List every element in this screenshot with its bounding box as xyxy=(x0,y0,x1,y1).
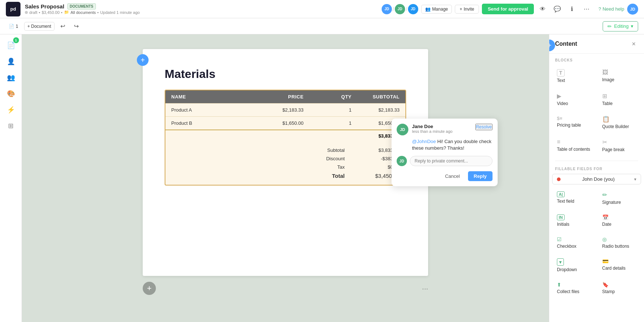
table-block-label: Table xyxy=(602,101,613,106)
field-date[interactable]: 📅 Date xyxy=(598,210,641,231)
comment-reply-area: JD xyxy=(392,156,498,171)
image-block-label: Image xyxy=(602,77,614,82)
block-table[interactable]: ⊞ Table xyxy=(598,89,641,110)
field-text-field[interactable]: A| Text field xyxy=(552,187,596,209)
topbar-right: JD / JD / JD 👥 Manage + Invite Send for … xyxy=(382,3,638,15)
video-block-icon: ▶ xyxy=(557,93,561,100)
more-icon[interactable]: ⋯ xyxy=(581,3,592,15)
block-quote-builder[interactable]: 📋 Quote Builder xyxy=(598,112,641,133)
quote-block-icon: 📋 xyxy=(602,116,610,123)
block-video[interactable]: ▶ Video xyxy=(552,89,596,110)
doc-add-button[interactable]: + xyxy=(143,282,156,295)
field-card-details[interactable]: 💳 Card details xyxy=(598,254,641,276)
card-icon: 💳 xyxy=(602,258,609,264)
add-content-button[interactable]: + xyxy=(137,54,149,66)
undo-button[interactable]: ↩ xyxy=(57,21,68,31)
all-docs-link[interactable]: All documents xyxy=(71,10,96,15)
avatar-group: JD / JD / JD xyxy=(382,4,418,14)
cancel-reply-button[interactable]: Cancel xyxy=(440,171,465,181)
comment-popup: JD Jane Doe less than a minute ago Resol… xyxy=(392,119,498,186)
user-status-dot xyxy=(557,177,561,181)
send-approval-button[interactable]: Send for approval xyxy=(482,4,534,14)
need-help-link[interactable]: ? Need help xyxy=(598,6,624,12)
row1-price: $2,183.33 xyxy=(261,104,309,116)
signature-label: Signature xyxy=(602,200,621,205)
checkbox-icon: ☑ xyxy=(557,236,562,242)
summary-discount-row: Discount -$383.33 xyxy=(171,154,400,163)
user-avatar[interactable]: JD xyxy=(627,4,638,15)
resolve-button[interactable]: Resolve xyxy=(475,124,493,130)
blocks-section-label: BLOCKS xyxy=(549,54,644,65)
user-select-label: John Doe (you) xyxy=(582,176,615,182)
field-initials[interactable]: IN Initials xyxy=(552,210,596,231)
field-dropdown[interactable]: ▾ Dropdown xyxy=(552,254,596,276)
fillable-section-label: FILLABLE FIELDS FOR xyxy=(549,162,644,174)
comment-body: @JohnDoe Hi! Can you double check these … xyxy=(392,135,498,156)
reply-button[interactable]: Reply xyxy=(468,171,493,181)
page-count-badge: 1 xyxy=(13,37,19,43)
block-pricing-table[interactable]: $≡ Pricing table xyxy=(552,112,596,133)
reply-avatar: JD xyxy=(397,156,407,166)
comment-author: Jane Doe xyxy=(412,124,472,129)
add-document-button[interactable]: + Document xyxy=(24,22,55,31)
sidebar-team-icon[interactable]: 👥 xyxy=(4,71,18,84)
row2-name: Product B xyxy=(165,117,261,130)
sidebar-integration-icon[interactable]: ⚡ xyxy=(4,103,18,116)
block-page-break[interactable]: ✂ Page break xyxy=(598,135,641,156)
field-stamp[interactable]: 🔖 Stamp xyxy=(598,278,641,298)
doc-meta: draft • $3,450.00 • 📁 All documents • Up… xyxy=(25,10,140,15)
summary-total-row: Total $3,450.00 xyxy=(171,171,400,180)
subtotal-label: Subtotal xyxy=(327,147,345,153)
discount-label: Discount xyxy=(326,156,345,161)
chat-icon[interactable]: 💬 xyxy=(551,3,563,15)
table-header: NAME PRICE QTY SUBTOTAL xyxy=(165,90,405,103)
close-panel-button[interactable]: × xyxy=(629,40,638,48)
info-icon[interactable]: ℹ xyxy=(566,3,578,15)
toc-block-icon: ≡ xyxy=(557,139,560,145)
status-dot xyxy=(25,11,28,14)
panel-title: Content xyxy=(555,41,577,47)
main-area: 📄 1 👤 👥 🎨 ⚡ ⊞ + xyxy=(0,34,644,322)
avatar-user1[interactable]: JD xyxy=(382,4,392,14)
manage-button[interactable]: 👥 Manage xyxy=(421,5,452,14)
block-image[interactable]: 🖼 Image xyxy=(598,65,641,87)
video-block-label: Video xyxy=(557,101,568,106)
avatar-user3[interactable]: JD xyxy=(408,4,418,14)
block-toc[interactable]: ≡ Table of contents xyxy=(552,135,596,156)
block-text[interactable]: T Text xyxy=(552,65,596,87)
sidebar-media-icon[interactable]: 🎨 xyxy=(4,87,18,100)
invite-button[interactable]: + Invite xyxy=(455,5,479,14)
divider xyxy=(555,161,638,161)
doc-page: + Materials NAME PRICE QTY SUBTOTAL Prod… xyxy=(143,49,428,276)
comment-actions: Cancel Reply xyxy=(392,171,498,186)
collect-files-label: Collect files xyxy=(557,289,579,294)
user-select-dropdown[interactable]: John Doe (you) ▾ xyxy=(552,174,641,184)
reply-input[interactable] xyxy=(410,156,493,166)
field-radio-buttons[interactable]: ◎ Radio buttons xyxy=(598,232,641,253)
field-checkbox[interactable]: ☑ Checkbox xyxy=(552,232,596,253)
col-subtotal: SUBTOTAL xyxy=(357,90,405,103)
tax-label: Tax xyxy=(337,164,345,170)
comment-time: less than a minute ago xyxy=(412,129,472,134)
field-collect-files[interactable]: ⬆ Collect files xyxy=(552,278,596,298)
pages-button[interactable]: 📄 1 xyxy=(6,22,21,30)
redo-button[interactable]: ↪ xyxy=(71,21,82,31)
sidebar-grid-icon[interactable]: ⊞ xyxy=(4,119,18,132)
radio-label: Radio buttons xyxy=(602,244,629,249)
comment-header: JD Jane Doe less than a minute ago Resol… xyxy=(392,119,498,135)
sidebar-pages-icon[interactable]: 📄 1 xyxy=(4,39,18,52)
toolbar: 📄 1 + Document ↩ ↪ ✏ Editing ▾ xyxy=(0,18,644,34)
row1-name: Product A xyxy=(165,104,261,116)
preview-icon[interactable]: 👁 xyxy=(537,3,548,15)
comment-mention: @JohnDoe xyxy=(412,139,436,144)
right-panel-header: Content × xyxy=(549,34,644,54)
sidebar-contacts-icon[interactable]: 👤 xyxy=(4,55,18,68)
editing-mode-button[interactable]: ✏ Editing ▾ xyxy=(603,21,638,31)
doc-more-button[interactable]: ··· xyxy=(422,284,428,293)
left-sidebar: 📄 1 👤 👥 🎨 ⚡ ⊞ xyxy=(0,34,22,322)
collect-files-icon: ⬆ xyxy=(557,282,561,288)
pricing-table: NAME PRICE QTY SUBTOTAL Product A $2,183… xyxy=(165,90,406,186)
summary-tax-row: Tax $0.00 xyxy=(171,163,400,171)
field-signature[interactable]: ✏ Signature xyxy=(598,187,641,209)
avatar-user2[interactable]: JD xyxy=(395,4,405,14)
